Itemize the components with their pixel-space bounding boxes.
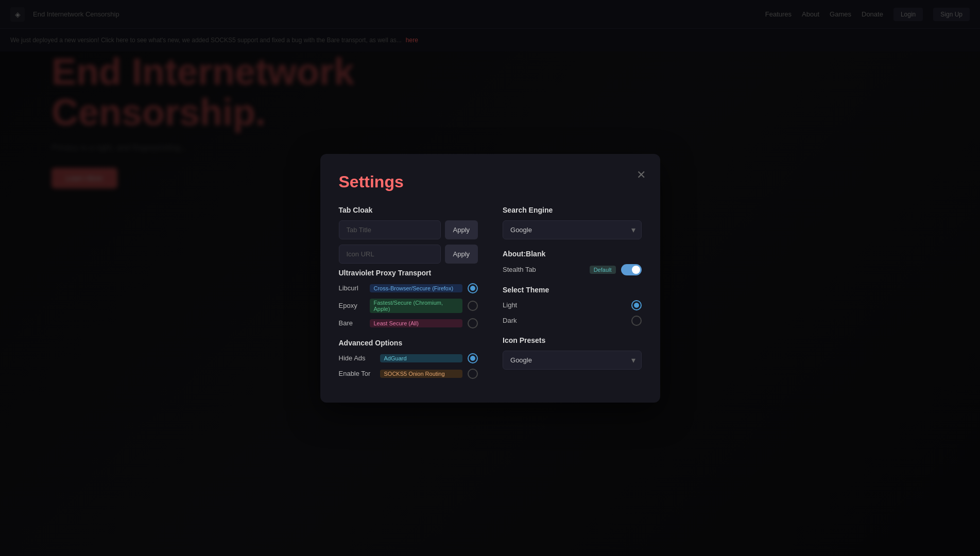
- modal-overlay: Settings ✕ Tab Cloak Apply Apply Ul: [0, 0, 980, 556]
- settings-columns: Tab Cloak Apply Apply Ultraviolet Proxy …: [339, 206, 642, 384]
- settings-modal: Settings ✕ Tab Cloak Apply Apply Ul: [320, 154, 660, 403]
- icon-url-apply-button[interactable]: Apply: [445, 245, 478, 264]
- hide-ads-radio[interactable]: [468, 353, 478, 363]
- proxy-bare-tag: Least Secure (All): [370, 319, 463, 327]
- about-blank-label: About:Blank: [503, 250, 641, 258]
- stealth-tab-toggle[interactable]: [621, 264, 642, 275]
- proxy-bare-label: Bare: [339, 319, 365, 327]
- tab-cloak-label: Tab Cloak: [339, 206, 478, 214]
- theme-light-label: Light: [503, 301, 631, 309]
- tab-title-apply-button[interactable]: Apply: [445, 220, 478, 239]
- icon-url-input[interactable]: [339, 245, 441, 264]
- proxy-epoxy-label: Epoxy: [339, 302, 365, 309]
- stealth-tab-label: Stealth Tab: [503, 266, 584, 273]
- proxy-bare-radio[interactable]: [468, 318, 478, 328]
- theme-light-radio[interactable]: [631, 300, 642, 310]
- proxy-libcurl-tag: Cross-Browser/Secure (Firefox): [370, 284, 463, 292]
- theme-dark-option: Dark: [503, 316, 641, 326]
- hide-ads-label: Hide Ads: [339, 354, 375, 362]
- icon-presets-wrapper: Google Bing DuckDuckGo Custom: [503, 351, 641, 370]
- icon-url-row: Apply: [339, 245, 478, 264]
- hide-ads-tag: AdGuard: [380, 354, 463, 362]
- search-engine-select[interactable]: Google DuckDuckGo Bing Yahoo: [503, 220, 641, 239]
- advanced-options-label: Advanced Options: [339, 339, 478, 347]
- icon-presets-select[interactable]: Google Bing DuckDuckGo Custom: [503, 351, 641, 370]
- close-button[interactable]: ✕: [637, 168, 646, 182]
- proxy-bare-option: Bare Least Secure (All): [339, 318, 478, 328]
- search-engine-label: Search Engine: [503, 206, 641, 214]
- proxy-transport-label: Ultraviolet Proxy Transport: [339, 269, 478, 277]
- stealth-tab-badge: Default: [590, 266, 616, 274]
- select-theme-label: Select Theme: [503, 286, 641, 294]
- search-engine-wrapper: Google DuckDuckGo Bing Yahoo: [503, 220, 641, 239]
- hide-ads-option: Hide Ads AdGuard: [339, 353, 478, 363]
- theme-light-option: Light: [503, 300, 641, 310]
- proxy-libcurl-label: Libcurl: [339, 284, 365, 292]
- enable-tor-label: Enable Tor: [339, 370, 375, 377]
- proxy-epoxy-tag: Fastest/Secure (Chromium, Apple): [370, 299, 463, 313]
- proxy-libcurl-radio[interactable]: [468, 283, 478, 293]
- tab-title-input[interactable]: [339, 220, 441, 239]
- stealth-tab-row: Stealth Tab Default: [503, 264, 641, 275]
- left-column: Tab Cloak Apply Apply Ultraviolet Proxy …: [339, 206, 478, 384]
- close-icon: ✕: [637, 168, 646, 181]
- enable-tor-radio[interactable]: [468, 369, 478, 379]
- icon-presets-section: Icon Presets Google Bing DuckDuckGo Cust…: [503, 336, 641, 370]
- enable-tor-tag: SOCKS5 Onion Routing: [380, 370, 463, 378]
- theme-dark-label: Dark: [503, 317, 631, 324]
- proxy-epoxy-radio[interactable]: [468, 301, 478, 311]
- enable-tor-option: Enable Tor SOCKS5 Onion Routing: [339, 369, 478, 379]
- about-blank-section: About:Blank Stealth Tab Default: [503, 250, 641, 275]
- proxy-transport-section: Ultraviolet Proxy Transport Libcurl Cros…: [339, 269, 478, 328]
- theme-dark-radio[interactable]: [631, 316, 642, 326]
- right-column: Search Engine Google DuckDuckGo Bing Yah…: [503, 206, 641, 384]
- settings-title: Settings: [339, 172, 642, 192]
- proxy-epoxy-option: Epoxy Fastest/Secure (Chromium, Apple): [339, 299, 478, 313]
- icon-presets-label: Icon Presets: [503, 336, 641, 344]
- proxy-libcurl-option: Libcurl Cross-Browser/Secure (Firefox): [339, 283, 478, 293]
- select-theme-section: Select Theme Light Dark: [503, 286, 641, 326]
- advanced-options-section: Advanced Options Hide Ads AdGuard Enable…: [339, 339, 478, 379]
- tab-title-row: Apply: [339, 220, 478, 239]
